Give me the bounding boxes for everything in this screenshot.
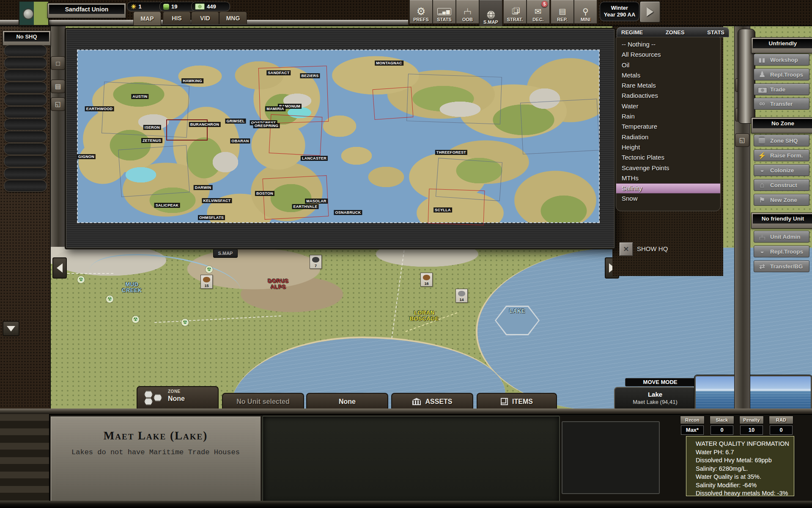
overlay-option[interactable]: All Resources	[616, 50, 720, 60]
assets-tab[interactable]: ASSETS	[391, 393, 473, 409]
overlay-option[interactable]: Water	[616, 101, 720, 111]
view-tab[interactable]: MNG	[219, 11, 247, 24]
city-label[interactable]: OSNABRUCK	[334, 210, 362, 215]
overlay-option[interactable]: Metals	[616, 70, 720, 80]
overlay-option[interactable]: Rain	[616, 111, 720, 121]
menu-button[interactable]: S.MAP	[479, 0, 502, 26]
city-label[interactable]: SALICPEAK	[154, 203, 180, 208]
city-label[interactable]: SCYLLA	[433, 207, 452, 213]
map-tool-layers-icon[interactable]: ▤	[51, 80, 65, 93]
bank-icon	[412, 398, 421, 405]
sidebar-action-button[interactable]: Zone SHQ	[754, 135, 809, 146]
secondary-tab[interactable]: None	[306, 393, 388, 409]
city-label[interactable]: MASOLAR	[305, 199, 328, 204]
city-label[interactable]: MONTAGNAC	[375, 61, 403, 66]
menu-button-label: DEC.	[532, 17, 543, 22]
overlay-option[interactable]: Height	[616, 142, 720, 152]
sidebar-action-button[interactable]: New Zone	[754, 194, 809, 206]
sidebar-action-button[interactable]: Repl.Troops	[754, 69, 809, 80]
city-label[interactable]: MAMIRIA	[265, 106, 285, 111]
unit-counter[interactable]: 14	[455, 289, 468, 303]
overlay-option[interactable]: Radiation	[616, 132, 720, 142]
scroll-left-button[interactable]	[52, 257, 67, 279]
resource-chip: 449	[191, 2, 230, 11]
city-label[interactable]: ZETENUS	[141, 138, 162, 143]
city-label[interactable]: LANCASTER	[301, 156, 328, 161]
city-label[interactable]: OHMSFLATS	[198, 215, 225, 220]
sidebar-action-button[interactable]: Raise Form.	[754, 149, 809, 161]
unit-tab[interactable]: No Unit selected	[222, 393, 304, 409]
city-label[interactable]: EARTHWOOD	[85, 106, 114, 111]
bottom-rail-decoration	[0, 409, 812, 415]
overlay-panel-tab[interactable]: ZONES	[666, 29, 685, 36]
view-tab[interactable]: VID	[191, 11, 219, 24]
overlay-option[interactable]: MTHs	[616, 173, 720, 183]
city-label[interactable]: BEZIERS	[300, 73, 320, 78]
overlay-option[interactable]: Snow	[616, 193, 720, 204]
end-turn-button[interactable]	[639, 1, 661, 23]
show-hq-checkbox[interactable]: ×	[619, 242, 633, 256]
sidebar-action-button[interactable]: Trade	[754, 83, 809, 95]
smap-mode-tab[interactable]: S.MAP	[213, 249, 238, 258]
city-label[interactable]: KELVINSFACT	[202, 198, 232, 203]
city-label[interactable]: EARTHVALE	[292, 204, 318, 209]
overlay-option[interactable]: Scavenge Points	[616, 163, 720, 173]
menu-button[interactable]: MINI	[574, 0, 597, 24]
bottom-panel: Maet Lake (Lake) Lakes do not have Marit…	[0, 409, 812, 508]
unit-counter[interactable]: 7	[310, 255, 322, 269]
sidebar-action-button[interactable]: Unit Admin	[754, 231, 809, 243]
sidebar-action-button[interactable]: Repl.Troops	[754, 246, 809, 257]
city-label[interactable]: ISERON	[143, 125, 161, 130]
sidebar-section-header: No Zone	[751, 117, 812, 133]
overlay-option[interactable]: Rare Metals	[616, 80, 720, 91]
action-button-label: Zone SHQ	[770, 138, 798, 144]
menu-button[interactable]: STATS	[433, 0, 456, 24]
view-tab[interactable]: HIS	[163, 11, 191, 24]
scroll-down-button[interactable]	[3, 321, 19, 336]
stat-chip-label: Slack	[710, 416, 734, 424]
overlay-panel-tab[interactable]: REGIME	[621, 29, 643, 36]
sidebar-action-button[interactable]: Colonize	[754, 164, 809, 176]
city-label[interactable]: BURANCHRON	[189, 122, 221, 127]
items-tab[interactable]: ITEMS	[477, 393, 557, 409]
menu-button[interactable]: REP.	[551, 0, 574, 24]
city-label[interactable]: SANDFACT	[266, 70, 291, 75]
faction-flag[interactable]	[19, 1, 49, 26]
menu-button[interactable]: DEC. 5	[527, 0, 550, 24]
sidebar-action-button[interactable]: Transfer/BG	[754, 260, 809, 272]
overlay-option[interactable]: Salinity	[616, 183, 720, 193]
unit-counter[interactable]: 16	[420, 273, 433, 287]
menu-button[interactable]: OOB	[456, 0, 479, 24]
overlay-panel-tab[interactable]: STATS	[707, 29, 724, 36]
overlay-option[interactable]: Radioactives	[616, 91, 720, 101]
unit-counter[interactable]: 15	[200, 275, 213, 289]
zone-tab[interactable]: ZONE None	[137, 386, 219, 409]
sidebar-action-button[interactable]: Construct	[754, 179, 809, 191]
city-label[interactable]: ORESPRING	[253, 123, 280, 128]
items-tab-label: ITEMS	[512, 398, 533, 406]
map-tool-square-icon[interactable]: □	[51, 56, 65, 70]
city-label[interactable]: OBARAN	[230, 138, 250, 144]
overlay-option[interactable]: Temperature	[616, 121, 720, 132]
menu-button[interactable]: PREFS	[409, 0, 433, 24]
map-tool-copy-icon[interactable]: ◱	[735, 133, 749, 147]
city-label[interactable]: GIGNON	[77, 154, 96, 159]
map-tool-copy-icon[interactable]: ◱	[51, 97, 65, 111]
world-map[interactable]: MONTAGNACSANDFACTBEZIERSHAWKINGAUSTINEAR…	[77, 50, 599, 223]
overlay-option[interactable]: Tectonic Plates	[616, 152, 720, 163]
overlay-option[interactable]: Oil	[616, 60, 720, 70]
city-label[interactable]: DARWIN	[194, 185, 213, 190]
sidebar-action-button[interactable]: Transfer	[754, 98, 809, 110]
selection-panel: Lake Maet Lake (94,41)	[614, 387, 696, 411]
city-label[interactable]: GRIMSEL	[225, 119, 246, 124]
resource-icon	[163, 4, 169, 10]
city-label[interactable]: THREEFOREST	[435, 150, 467, 155]
overlay-option[interactable]: -- Nothing --	[616, 39, 720, 50]
menu-button[interactable]: STRAT.	[503, 0, 527, 24]
sidebar-action-button[interactable]: Workshop	[754, 54, 809, 66]
city-label[interactable]: BOSTON	[255, 191, 274, 196]
view-tab[interactable]: MAP	[133, 11, 161, 25]
city-label[interactable]: HAWKING	[181, 78, 203, 83]
city-label[interactable]: AUSTIN	[131, 94, 148, 99]
shq-header: No SHQ	[3, 30, 51, 46]
